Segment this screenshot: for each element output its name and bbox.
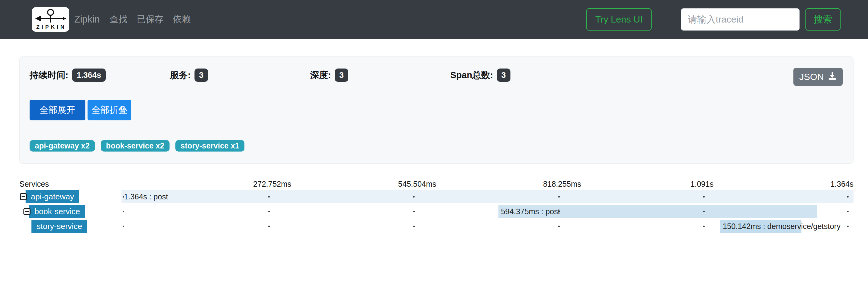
download-icon [828, 71, 837, 83]
tick-dot [268, 226, 270, 227]
tick-label: 272.752ms [253, 180, 291, 189]
tick-dot [703, 196, 705, 197]
tick-dot [123, 226, 124, 227]
nav-item-saved[interactable]: 已保存 [137, 13, 164, 26]
nav-item-find[interactable]: 查找 [110, 13, 128, 26]
main-content: 持续时间: 1.364s 服务: 3 深度: 3 Span总数: 3 JSON [0, 56, 868, 233]
collapse-icon[interactable] [20, 193, 27, 200]
expand-collapse-row: 全部展开 全部折叠 [30, 100, 843, 120]
stat-services-value: 3 [194, 69, 208, 82]
stat-duration-label: 持续时间: [30, 69, 68, 81]
stat-duration: 持续时间: 1.364s [30, 69, 170, 82]
tick-dot [558, 226, 560, 227]
service-label[interactable]: story-service [31, 220, 87, 233]
stat-services-label: 服务: [170, 69, 191, 81]
stat-services: 服务: 3 [170, 69, 310, 82]
tick-dot [847, 211, 848, 212]
zipkin-anchor-icon [34, 9, 67, 24]
trace-row: book-service 594.375ms : post [20, 205, 854, 218]
tick-dot [413, 211, 415, 212]
tick-dot [847, 226, 848, 227]
logo-word: ZIPKIN [35, 24, 67, 30]
row-timeline[interactable]: 594.375ms : post [121, 205, 854, 218]
traceid-search-input[interactable] [681, 8, 800, 31]
service-badge-api-gateway[interactable]: api-gateway x2 [30, 140, 95, 152]
span-label: 594.375ms : post [501, 205, 560, 218]
json-button-label: JSON [799, 72, 824, 82]
brand-title: Zipkin [74, 14, 100, 25]
nav-item-dependencies[interactable]: 依赖 [173, 13, 191, 26]
collapse-icon[interactable] [24, 208, 31, 215]
stats-row: 持续时间: 1.364s 服务: 3 深度: 3 Span总数: 3 [30, 69, 843, 82]
navbar-right: Try Lens UI 搜索 [586, 8, 841, 31]
tick-label: 1.364s [830, 180, 854, 189]
zipkin-logo[interactable]: ZIPKIN [32, 7, 69, 32]
timeline-header: Services 272.752ms 545.504ms 818.255ms 1… [20, 180, 854, 190]
tick-dot [703, 226, 705, 227]
expand-all-button[interactable]: 全部展开 [30, 100, 85, 120]
time-ruler: 272.752ms 545.504ms 818.255ms 1.091s 1.3… [121, 180, 854, 190]
services-column-header: Services [20, 180, 121, 190]
span-label: 1.364s : post [124, 190, 168, 203]
tick-label: 545.504ms [398, 180, 436, 189]
trace-row: api-gateway 1.364s : post [20, 190, 854, 203]
trace-timeline: Services 272.752ms 545.504ms 818.255ms 1… [20, 180, 854, 233]
service-badge-row: api-gateway x2 book-service x2 story-ser… [30, 140, 843, 152]
navbar: ZIPKIN Zipkin 查找 已保存 依赖 Try Lens UI 搜索 [0, 0, 868, 39]
row-timeline[interactable]: 1.364s : post [121, 190, 854, 203]
stat-total-spans: Span总数: 3 [450, 69, 591, 82]
row-timeline[interactable]: 150.142ms : demoservice/getstory [121, 220, 854, 233]
collapse-all-button[interactable]: 全部折叠 [88, 100, 131, 120]
stat-depth-value: 3 [335, 69, 348, 82]
stat-depth: 深度: 3 [310, 69, 450, 82]
tick-dot [703, 211, 705, 212]
tick-dot [268, 196, 270, 197]
service-cell: book-service [20, 205, 121, 218]
stat-duration-value: 1.364s [72, 69, 106, 82]
search-button[interactable]: 搜索 [805, 8, 841, 31]
tick-label: 1.091s [690, 180, 714, 189]
service-label[interactable]: api-gateway [26, 190, 79, 203]
service-badge-book-service[interactable]: book-service x2 [101, 140, 169, 152]
tick-dot [123, 211, 124, 212]
trace-row: story-service 150.142ms : demoservice/ge… [20, 220, 854, 233]
trace-summary-panel: 持续时间: 1.364s 服务: 3 深度: 3 Span总数: 3 JSON [20, 56, 854, 164]
span-label: 150.142ms : demoservice/getstory [723, 220, 841, 233]
json-download-button[interactable]: JSON [794, 68, 843, 86]
tick-dot [558, 196, 560, 197]
tick-label: 818.255ms [543, 180, 581, 189]
nav-menu: 查找 已保存 依赖 [110, 13, 200, 26]
stat-total-spans-label: Span总数: [450, 69, 493, 81]
service-cell: api-gateway [20, 190, 121, 203]
try-lens-ui-button[interactable]: Try Lens UI [586, 8, 652, 31]
stat-depth-label: 深度: [310, 69, 331, 81]
service-label[interactable]: book-service [29, 205, 85, 218]
service-badge-story-service[interactable]: story-service x1 [176, 140, 244, 152]
tick-dot [413, 226, 415, 227]
service-cell: story-service [20, 220, 121, 233]
tick-dot [268, 211, 270, 212]
span-bar[interactable] [121, 190, 854, 203]
stat-total-spans-value: 3 [497, 69, 510, 82]
